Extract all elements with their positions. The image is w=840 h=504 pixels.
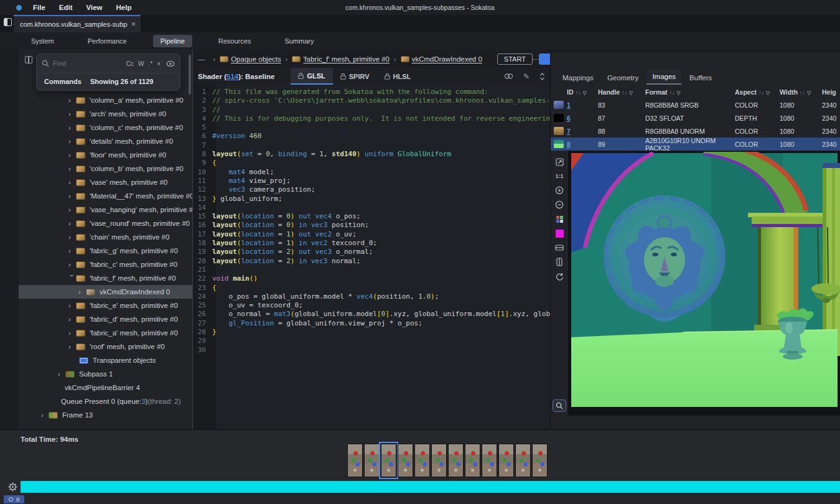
table-row[interactable]: 687D32 SFLOATDEPTH10802340 [551,111,840,124]
document-tab[interactable]: com.khronos.vulkan_samples-subpasses × [14,15,141,32]
frame-thumbnail[interactable] [431,444,447,477]
tab-performance[interactable]: Performance [80,35,134,47]
frame-thumbnail[interactable] [364,444,380,477]
tree-item[interactable]: ›'column_a' mesh, primitive #0 [19,93,192,107]
flip-horizontal-icon[interactable] [554,243,565,253]
chevron-right-icon[interactable]: › [41,411,49,419]
tree-item[interactable]: ›'fabric_f' mesh, primitive #0 [19,271,192,285]
edit-icon[interactable]: ✎ [523,72,530,81]
menu-edit[interactable]: Edit [59,4,73,11]
frame-thumbnail[interactable] [532,444,548,477]
chevron-right-icon[interactable]: › [68,192,76,200]
fit-to-window-icon[interactable] [554,157,565,167]
stage-button-start[interactable]: START [497,54,533,65]
tree-item[interactable]: ›'fabric_e' mesh, primitive #0 [19,299,192,312]
frame-thumbnail[interactable] [381,444,396,477]
tab-buffers[interactable]: Buffers [684,71,717,85]
chevron-right-icon[interactable]: › [68,343,76,350]
sort-icon[interactable]: ↑↓ [670,90,675,96]
chevron-right-icon[interactable]: › [68,247,76,254]
tab-summary[interactable]: Summary [277,35,321,47]
tree-item[interactable]: ›'floor' mesh, primitive #0 [19,148,192,162]
tree-item[interactable]: Queue Present 0 (queue: 3) (thread: 2) [19,394,192,408]
zoom-out-icon[interactable] [554,200,565,210]
breadcrumb-item[interactable]: 'fabric_f' mesh, primitive #0 [292,55,390,63]
tree-item[interactable]: ›'vase' mesh, primitive #0 [19,175,192,189]
chevron-down-icon[interactable]: › [68,274,76,282]
tree-item[interactable]: ›'arch' mesh, primitive #0 [19,107,192,121]
frame-thumbnail[interactable] [515,444,531,477]
shader-code-editor[interactable]: 1// This file was generated from Sokatoa… [194,85,550,429]
close-icon[interactable]: × [131,20,136,29]
tree-item[interactable]: ›'fabric_g' mesh, primitive #0 [19,244,192,258]
chevron-right-icon[interactable]: › [68,302,76,309]
chevron-right-icon[interactable]: › [68,261,76,268]
actual-size-button[interactable]: 1:1 [554,171,565,181]
regex-button[interactable]: .* [148,60,152,67]
tab-system[interactable]: System [24,35,62,47]
chevron-right-icon[interactable]: › [68,220,76,227]
tree-item[interactable]: ›Subpass 1 [19,367,192,381]
chevron-right-icon[interactable]: › [68,96,76,104]
column-header-id[interactable]: ID↑↓▽ [567,88,598,96]
frame-thumbnail[interactable] [465,444,480,477]
column-header-handle[interactable]: Handle↑↓▽ [598,88,645,96]
breadcrumb-root[interactable]: — [198,55,205,63]
tree-item[interactable]: ›'chain' mesh, primitive #0 [19,230,192,244]
frame-thumbnail[interactable] [482,444,497,477]
column-header-heig[interactable]: Heig [822,88,840,96]
frame-thumbnail[interactable] [498,444,514,477]
chevron-right-icon[interactable]: › [68,329,76,337]
chevron-right-icon[interactable]: › [68,124,76,131]
chevron-right-icon[interactable]: › [58,370,65,378]
chevron-right-icon[interactable]: › [68,138,76,145]
clear-search-button[interactable]: × [157,60,161,67]
chevron-right-icon[interactable]: › [78,288,86,296]
tree-item[interactable]: vkCmdPipelineBarrier 4 [19,381,192,394]
shader-tab-spirv[interactable]: SPIRV [333,68,377,85]
tab-geometry[interactable]: Geometry [602,71,645,85]
eye-icon[interactable] [166,61,175,67]
channels-icon[interactable] [554,214,565,224]
frame-thumbnail[interactable] [398,444,413,477]
tree-item[interactable]: ›'roof' mesh, primitive #0 [19,340,192,353]
frame-thumbnail[interactable] [414,444,430,477]
rotate-icon[interactable] [554,271,565,281]
breadcrumb-item[interactable]: Opaque objects [220,55,281,63]
chevron-right-icon[interactable]: › [68,206,76,213]
column-header-format[interactable]: Format↑↓▽ [645,88,735,96]
tree-item[interactable]: ›'vase_hanging' mesh, primitive #0 [19,203,192,217]
tree-item[interactable]: ›'column_b' mesh, primitive #0 [19,162,192,175]
chevron-right-icon[interactable]: › [68,110,76,118]
chevron-right-icon[interactable]: › [68,151,76,159]
pixel-inspect-icon[interactable] [553,399,566,412]
shader-id-link[interactable]: 514 [226,73,238,80]
timeline-track[interactable] [21,481,840,493]
match-case-button[interactable]: Cc [126,60,134,67]
gear-icon[interactable] [8,482,17,492]
compare-icon[interactable] [504,73,513,80]
filter-icon[interactable]: ▽ [677,90,681,96]
tree-item[interactable]: ›vkCmdDrawIndexed 0 [19,285,192,299]
shader-tab-hlsl[interactable]: HLSL [377,68,419,85]
table-row[interactable]: 889A2B10G10R10 UNORM PACK32COLOR10802340 [551,138,840,151]
tree-item[interactable]: ›'column_c' mesh, primitive #0 [19,121,192,134]
tree-item[interactable]: ›'fabric_d' mesh, primitive #0 [19,312,192,326]
tree-item[interactable]: ›'fabric_c' mesh, primitive #0 [19,258,192,271]
breadcrumb-item[interactable]: vkCmdDrawIndexed 0 [401,55,482,63]
background-color-swatch[interactable] [554,228,565,238]
tab-mappings[interactable]: Mappings [557,71,599,85]
tree-item[interactable]: ›'Material__47' mesh, primitive #0 [19,189,192,203]
sort-icon[interactable]: ↑↓ [758,90,764,96]
zoom-in-icon[interactable] [554,185,565,195]
sort-icon[interactable]: ↑↓ [576,90,581,96]
column-header-width[interactable]: Width↑↓▽ [780,88,822,96]
shader-tab-glsl[interactable]: GLSL [291,68,332,85]
frame-thumbnail[interactable] [448,444,464,477]
sidebar-list-icon[interactable] [25,56,32,63]
sort-icon[interactable]: ↑↓ [800,90,805,96]
tab-pipeline[interactable]: Pipeline [153,35,192,47]
sidebar-scrollbar[interactable] [189,55,191,95]
table-row[interactable]: 788R8G8B8A8 UNORMCOLOR10802340 [551,124,840,138]
notification-badge[interactable]: 0 [4,495,24,503]
